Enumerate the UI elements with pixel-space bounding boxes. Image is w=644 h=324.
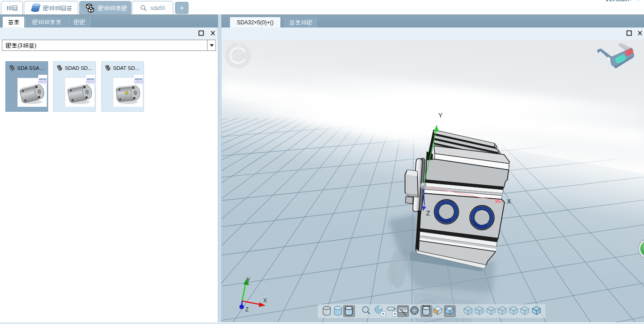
svg-text:X: X: [263, 297, 267, 304]
svg-text:X: X: [507, 198, 511, 205]
svg-text:Y: Y: [247, 277, 250, 283]
svg-text:Z: Z: [245, 306, 248, 313]
svg-text:Z: Z: [426, 210, 430, 217]
svg-text:Y: Y: [438, 112, 443, 119]
